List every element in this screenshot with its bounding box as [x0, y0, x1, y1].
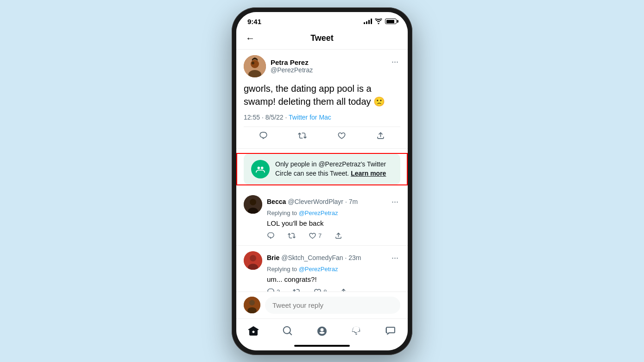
- like-button[interactable]: [336, 131, 347, 141]
- reply-like-count: 7: [318, 232, 322, 239]
- share-button[interactable]: [376, 131, 386, 141]
- reply-like-button[interactable]: 7: [309, 232, 322, 240]
- svg-point-16: [249, 300, 255, 305]
- reply-more-button[interactable]: ···: [390, 195, 400, 209]
- comment-button[interactable]: [258, 131, 268, 141]
- svg-point-10: [250, 255, 256, 261]
- svg-point-3: [252, 62, 254, 64]
- reply-share-button[interactable]: [340, 288, 347, 292]
- home-bar: [294, 345, 350, 347]
- replying-to-link[interactable]: @PerezPetraz: [299, 210, 338, 216]
- retweet-button[interactable]: [297, 131, 308, 141]
- reply-time: · 7m: [345, 198, 358, 205]
- reply-comment-button[interactable]: 2: [267, 288, 280, 292]
- more-button[interactable]: ···: [390, 55, 400, 69]
- svg-point-1: [251, 60, 259, 68]
- tweet-header: Petra Perez @PerezPetraz ···: [244, 55, 400, 77]
- share-icon: [376, 131, 386, 141]
- reply-item: Brie @Sktch_ComedyFan · 23m ··· Replying…: [236, 246, 408, 292]
- tab-messages[interactable]: [380, 323, 401, 339]
- phone-screen: 9:41 ← Tweet: [236, 12, 408, 350]
- action-bar: [244, 127, 400, 145]
- reply-handle: @CleverWordPlayr: [288, 198, 343, 205]
- retweet-icon: [297, 131, 308, 141]
- reply-comment-count: 2: [277, 288, 280, 292]
- replying-to: Replying to @PerezPetraz: [267, 210, 400, 216]
- main-tweet: Petra Perez @PerezPetraz ··· gworls, the…: [236, 50, 408, 149]
- tab-home[interactable]: [243, 323, 264, 339]
- my-avatar: [244, 297, 260, 313]
- status-bar: 9:41: [236, 12, 408, 27]
- reply-handle: @Sktch_ComedyFan: [281, 254, 343, 261]
- wifi-icon: [375, 19, 382, 24]
- tweet-meta: 12:55 · 8/5/22 · Twitter for Mac: [244, 114, 400, 121]
- reply-content: Brie @Sktch_ComedyFan · 23m ··· Replying…: [267, 251, 400, 292]
- tab-spaces[interactable]: [312, 323, 332, 339]
- source-link[interactable]: Twitter for Mac: [289, 114, 331, 121]
- reply-input-field[interactable]: [265, 297, 400, 314]
- reply-actions: 7: [267, 232, 400, 240]
- user-handle: @PerezPetraz: [271, 66, 313, 74]
- svg-point-7: [250, 199, 256, 205]
- reply-share-button[interactable]: [335, 232, 342, 240]
- reply-actions: 2 8: [267, 288, 400, 292]
- svg-point-5: [261, 166, 264, 169]
- reply-header: Brie @Sktch_ComedyFan · 23m ···: [267, 251, 400, 265]
- nav-bar: ← Tweet: [236, 27, 408, 50]
- like-icon: [336, 131, 347, 141]
- battery-icon: [385, 19, 397, 24]
- user-info: Petra Perez @PerezPetraz: [271, 58, 313, 74]
- reply-like-count: 8: [323, 288, 327, 292]
- svg-point-4: [258, 166, 260, 169]
- reply-name: Brie: [267, 254, 279, 261]
- scroll-content[interactable]: Petra Perez @PerezPetraz ··· gworls, the…: [236, 50, 408, 292]
- reply-user-line: Becca @CleverWordPlayr · 7m: [267, 198, 358, 205]
- reply-item: Becca @CleverWordPlayr · 7m ··· Replying…: [236, 190, 408, 246]
- circle-banner: Only people in @PerezPetraz's Twitter Ci…: [244, 153, 400, 185]
- tab-bar: [236, 318, 408, 341]
- avatar: [244, 195, 262, 214]
- reply-header: Becca @CleverWordPlayr · 7m ···: [267, 195, 400, 209]
- replying-to-link[interactable]: @PerezPetraz: [299, 266, 338, 273]
- circle-banner-wrapper: Only people in @PerezPetraz's Twitter Ci…: [236, 153, 408, 185]
- reply-comment-button[interactable]: [267, 232, 275, 240]
- signal-icon: [364, 19, 372, 24]
- reply-retweet-button[interactable]: [288, 232, 296, 240]
- reply-more-button[interactable]: ···: [390, 251, 400, 265]
- reply-text: um... congrats?!: [267, 274, 400, 284]
- reply-user-line: Brie @Sktch_ComedyFan · 23m: [267, 254, 361, 261]
- back-button[interactable]: ←: [244, 31, 257, 45]
- comment-icon: [258, 131, 268, 141]
- reply-time: · 23m: [345, 254, 361, 261]
- tab-notifications[interactable]: [346, 323, 366, 339]
- replying-to: Replying to @PerezPetraz: [267, 266, 400, 273]
- reply-text: LOL you'll be back: [267, 218, 400, 228]
- user-name: Petra Perez: [271, 58, 313, 66]
- avatar: [244, 55, 266, 77]
- circle-icon: [251, 160, 270, 178]
- phone-frame: 9:41 ← Tweet: [232, 7, 412, 355]
- nav-title: Tweet: [257, 33, 387, 43]
- reply-like-button[interactable]: 8: [314, 288, 327, 292]
- learn-more-link[interactable]: Learn more: [351, 170, 386, 177]
- reply-name: Becca: [267, 198, 286, 205]
- circle-text: Only people in @PerezPetraz's Twitter Ci…: [275, 160, 393, 178]
- tweet-user: Petra Perez @PerezPetraz: [244, 55, 313, 77]
- tab-search[interactable]: [278, 323, 298, 339]
- tweet-text: gworls, the dating app pool is a swamp! …: [244, 82, 400, 108]
- reply-content: Becca @CleverWordPlayr · 7m ··· Replying…: [267, 195, 400, 240]
- reply-retweet-button[interactable]: [293, 288, 301, 292]
- avatar: [244, 251, 262, 270]
- home-indicator: [236, 341, 408, 350]
- status-icons: [364, 19, 397, 24]
- reply-input-bar: [236, 292, 408, 318]
- status-time: 9:41: [247, 18, 261, 25]
